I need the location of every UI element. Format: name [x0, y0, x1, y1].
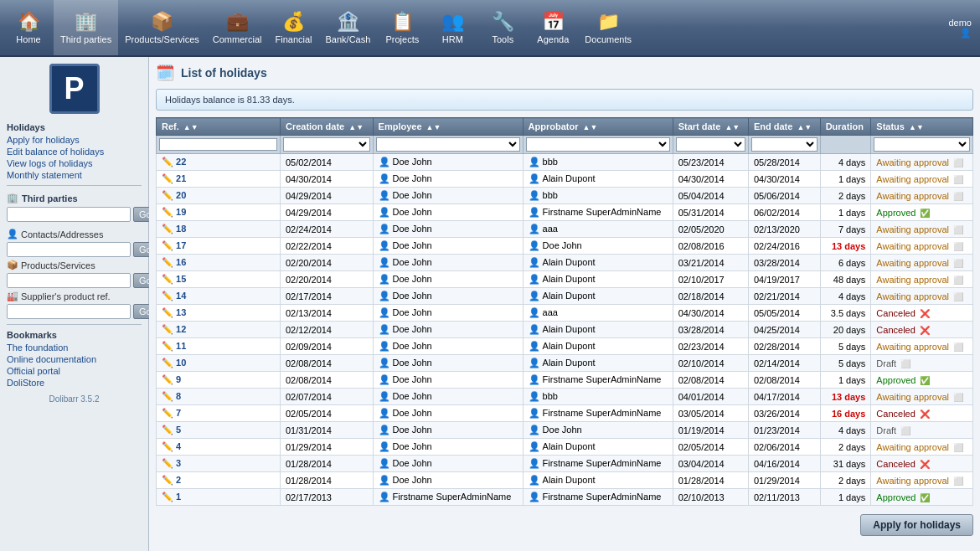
products-sidebar-icon: 📦: [7, 260, 18, 270]
cell-start: 01/28/2014: [673, 472, 748, 489]
nav-bank[interactable]: 🏦 Bank/Cash: [319, 0, 378, 55]
duration-value: 4 days: [838, 291, 865, 301]
online-docs-link[interactable]: Online documentation: [7, 354, 142, 364]
col-employee[interactable]: Employee ▲▼: [373, 118, 523, 136]
ref-value: 13: [176, 307, 186, 317]
apply-holidays-link[interactable]: Apply for holidays: [7, 135, 142, 145]
third-parties-search-input[interactable]: [7, 207, 131, 222]
view-logs-link[interactable]: View logs of holidays: [7, 158, 142, 168]
row-edit-icon[interactable]: ✏️: [162, 425, 173, 435]
monthly-statement-link[interactable]: Monthly statement: [7, 170, 142, 180]
nav-third-parties[interactable]: 🏢 Third parties: [54, 0, 118, 55]
duration-value: 2 days: [838, 191, 865, 201]
ref-value: 16: [176, 257, 186, 267]
row-edit-icon[interactable]: ✏️: [162, 341, 173, 351]
col-approbator[interactable]: Approbator ▲▼: [523, 118, 673, 136]
row-edit-icon[interactable]: ✏️: [162, 190, 173, 200]
col-creation-date[interactable]: Creation date ▲▼: [280, 118, 373, 136]
duration-value: 31 days: [833, 459, 866, 469]
nav-products[interactable]: 📦 Products/Services: [118, 0, 206, 55]
row-edit-icon[interactable]: ✏️: [162, 492, 173, 502]
cell-approbator: 👤bbb: [523, 154, 673, 171]
row-edit-icon[interactable]: ✏️: [162, 157, 173, 167]
contacts-icon: 👤: [7, 229, 18, 239]
filter-ref-input[interactable]: [159, 138, 277, 151]
row-edit-icon[interactable]: ✏️: [162, 274, 173, 284]
filter-start-cell: [673, 136, 748, 154]
cell-duration: 1 days: [820, 171, 871, 188]
row-edit-icon[interactable]: ✏️: [162, 173, 173, 183]
edit-balance-link[interactable]: Edit balance of holidays: [7, 147, 142, 157]
status-value: Awaiting approval: [876, 258, 949, 268]
row-edit-icon[interactable]: ✏️: [162, 441, 173, 451]
cell-status: Canceled ❌: [871, 405, 973, 422]
row-edit-icon[interactable]: ✏️: [162, 291, 173, 301]
filter-approbator-select[interactable]: [526, 137, 670, 152]
nav-financial[interactable]: 💰 Financial: [268, 0, 318, 55]
nav-hrm[interactable]: 👥 HRM: [427, 0, 477, 55]
col-status[interactable]: Status ▲▼: [871, 118, 973, 136]
row-edit-icon[interactable]: ✏️: [162, 358, 173, 368]
foundation-link[interactable]: The foundation: [7, 342, 142, 353]
cell-approbator: 👤Firstname SuperAdminName: [523, 405, 673, 422]
row-edit-icon[interactable]: ✏️: [162, 408, 173, 418]
employee-icon: 👤: [379, 374, 390, 384]
col-duration[interactable]: Duration: [820, 118, 871, 136]
ref-value: 10: [176, 358, 186, 368]
nav-documents[interactable]: 📁 Documents: [578, 0, 638, 55]
filter-creation-select[interactable]: [283, 137, 370, 152]
cell-ref: ✏️ 14: [157, 288, 281, 305]
col-start-date[interactable]: Start date ▲▼: [673, 118, 748, 136]
duration-value: 1 days: [838, 492, 865, 502]
divider-1: [7, 185, 142, 186]
cell-employee: 👤Doe John: [373, 439, 523, 456]
cell-ref: ✏️ 12: [157, 322, 281, 338]
nav-hrm-label: HRM: [442, 34, 463, 44]
approbator-icon: 👤: [529, 391, 540, 401]
employee-icon: 👤: [379, 274, 390, 284]
row-edit-icon[interactable]: ✏️: [162, 475, 173, 485]
row-edit-icon[interactable]: ✏️: [162, 458, 173, 468]
cell-employee: 👤Doe John: [373, 355, 523, 372]
cell-ref: ✏️ 22: [157, 154, 281, 171]
cell-approbator: 👤aaa: [523, 221, 673, 238]
employee-icon: 👤: [379, 240, 390, 250]
cell-status: Awaiting approval ⬜: [871, 439, 973, 456]
supplier-search-input[interactable]: [7, 304, 131, 319]
table-row: ✏️ 1 02/17/2013 👤Firstname SuperAdminNam…: [157, 489, 973, 506]
col-end-date[interactable]: End date ▲▼: [748, 118, 820, 136]
col-ref[interactable]: Ref. ▲▼: [157, 118, 281, 136]
employee-icon: 👤: [379, 190, 390, 200]
cell-ref: ✏️ 17: [157, 238, 281, 255]
filter-end-select[interactable]: [751, 137, 818, 152]
dolistore-link[interactable]: DoliStore: [7, 378, 142, 388]
row-edit-icon[interactable]: ✏️: [162, 324, 173, 334]
filter-employee-select[interactable]: [376, 137, 520, 152]
apply-for-holidays-button[interactable]: Apply for holidays: [860, 514, 973, 536]
official-portal-link[interactable]: Official portal: [7, 366, 142, 376]
nav-commercial[interactable]: 💼 Commercial: [206, 0, 269, 55]
filter-start-select[interactable]: [676, 137, 745, 152]
row-edit-icon[interactable]: ✏️: [162, 374, 173, 384]
nav-projects[interactable]: 📋 Projects: [377, 0, 427, 55]
approbator-icon: 👤: [529, 274, 540, 284]
row-edit-icon[interactable]: ✏️: [162, 391, 173, 401]
nav-tools[interactable]: 🔧 Tools: [477, 0, 528, 55]
filter-status-select[interactable]: [874, 137, 970, 152]
status-value: Canceled: [876, 325, 915, 335]
row-edit-icon[interactable]: ✏️: [162, 207, 173, 217]
nav-agenda[interactable]: 📅 Agenda: [528, 0, 578, 55]
contacts-search-input[interactable]: [7, 242, 131, 257]
row-edit-icon[interactable]: ✏️: [162, 240, 173, 250]
row-edit-icon[interactable]: ✏️: [162, 307, 173, 317]
cell-status: Canceled ❌: [871, 322, 973, 338]
row-edit-icon[interactable]: ✏️: [162, 257, 173, 267]
table-row: ✏️ 13 02/13/2014 👤Doe John 👤aaa 04/30/20…: [157, 305, 973, 322]
ref-value: 7: [176, 408, 181, 418]
cell-duration: 2 days: [820, 472, 871, 489]
employee-icon: 👤: [379, 157, 390, 167]
row-edit-icon[interactable]: ✏️: [162, 224, 173, 234]
nav-home[interactable]: 🏠 Home: [3, 0, 54, 55]
cell-creation: 01/28/2014: [280, 472, 373, 489]
products-search-input[interactable]: [7, 273, 131, 288]
